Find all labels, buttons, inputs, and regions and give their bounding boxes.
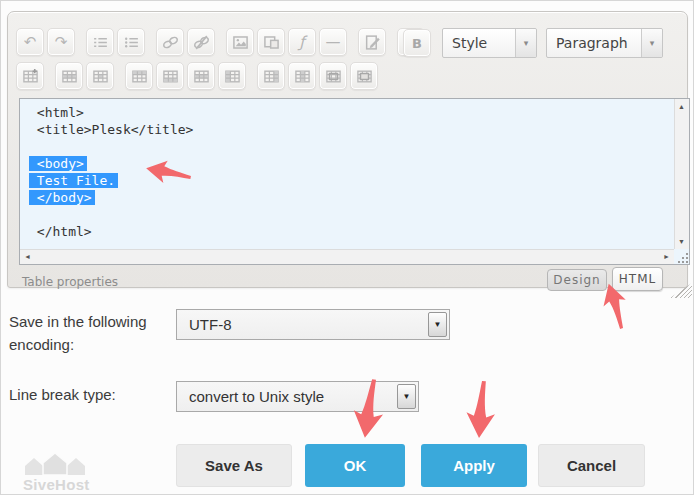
linebreak-select[interactable]: convert to Unix style ▼ bbox=[176, 381, 419, 412]
selected-code-text: <body> bbox=[29, 156, 87, 171]
edit-source-button[interactable] bbox=[358, 28, 386, 56]
table-cell-properties-icon bbox=[92, 68, 109, 85]
selected-code-text: </body> bbox=[29, 190, 95, 205]
insert-row-after-icon bbox=[162, 68, 179, 85]
media-icon bbox=[263, 34, 280, 51]
table-row-properties-button[interactable] bbox=[55, 62, 83, 90]
textarea-resize-grip[interactable] bbox=[676, 251, 688, 263]
redo-icon: ↷ bbox=[55, 35, 68, 50]
red-arrow-icon bbox=[461, 379, 501, 440]
code-line bbox=[29, 138, 674, 155]
insert-column-after-button[interactable] bbox=[257, 62, 285, 90]
code-line bbox=[29, 206, 674, 223]
delete-column-button[interactable] bbox=[288, 62, 316, 90]
chevron-down-icon[interactable]: ▾ bbox=[515, 29, 536, 57]
insert-table-icon bbox=[22, 68, 39, 85]
unordered-list-button[interactable] bbox=[117, 28, 145, 56]
code-text: <title>Plesk</title> bbox=[29, 122, 193, 137]
delete-row-icon bbox=[193, 68, 210, 85]
paragraph-format-select[interactable]: Paragraph ▾ bbox=[546, 28, 663, 58]
undo-icon: ↶ bbox=[24, 35, 37, 50]
flash-icon: ƒ bbox=[299, 35, 304, 50]
action-buttons-row: Save AsOKApplyCancel bbox=[176, 444, 645, 487]
cancel-button[interactable]: Cancel bbox=[538, 444, 645, 487]
delete-row-button[interactable] bbox=[187, 62, 215, 90]
style-select-value: Style bbox=[443, 35, 515, 51]
code-line: Test File. bbox=[29, 172, 674, 189]
paragraph-select-value: Paragraph bbox=[547, 35, 641, 51]
chevron-down-icon[interactable]: ▼ bbox=[397, 384, 416, 409]
ok-button[interactable]: OK bbox=[305, 444, 405, 487]
redo-button[interactable]: ↷ bbox=[47, 28, 75, 56]
table-row-properties-icon bbox=[61, 68, 78, 85]
code-line: <body> bbox=[29, 155, 674, 172]
link-button[interactable] bbox=[156, 28, 184, 56]
logo-text: SiveHost bbox=[21, 476, 121, 493]
bold-button[interactable]: B bbox=[403, 29, 431, 57]
annotation-arrow-apply-button bbox=[461, 379, 501, 440]
file-editor-screen: ↶↷ƒ— B Style ▾ Paragraph ▾ <html> <title… bbox=[0, 0, 694, 495]
horizontal-rule-button[interactable]: — bbox=[319, 28, 347, 56]
media-button[interactable] bbox=[257, 28, 285, 56]
ordered-list-button[interactable] bbox=[86, 28, 114, 56]
bold-icon: B bbox=[412, 37, 422, 50]
insert-column-after-icon bbox=[263, 68, 280, 85]
delete-column-icon bbox=[294, 68, 311, 85]
code-text: </html> bbox=[29, 224, 92, 239]
encoding-select-value: UTF-8 bbox=[177, 316, 449, 333]
table-cell-properties-button[interactable] bbox=[86, 62, 114, 90]
unlink-button[interactable] bbox=[187, 28, 215, 56]
code-text bbox=[29, 207, 37, 222]
sivehost-logo: SiveHost bbox=[21, 453, 121, 493]
image-button[interactable] bbox=[226, 28, 254, 56]
horizontal-scrollbar[interactable]: ◄ ► bbox=[20, 249, 674, 264]
code-text: <html> bbox=[29, 105, 84, 120]
code-line: <title>Plesk</title> bbox=[29, 121, 674, 138]
encoding-select[interactable]: UTF-8 ▼ bbox=[176, 309, 450, 340]
flash-button[interactable]: ƒ bbox=[288, 28, 316, 56]
linebreak-label: Line break type: bbox=[9, 383, 173, 407]
code-text bbox=[29, 139, 37, 154]
rich-text-editor-widget: ↶↷ƒ— B Style ▾ Paragraph ▾ <html> <title… bbox=[7, 11, 688, 288]
insert-row-after-button[interactable] bbox=[156, 62, 184, 90]
vertical-scrollbar[interactable]: ▲ ▼ bbox=[674, 99, 689, 249]
link-icon bbox=[162, 34, 179, 51]
edit-source-icon bbox=[364, 34, 381, 51]
scroll-up-button[interactable]: ▲ bbox=[675, 100, 688, 113]
code-line: </html> bbox=[29, 223, 674, 240]
editor-resize-grip[interactable] bbox=[670, 283, 692, 298]
ordered-list-icon bbox=[92, 34, 109, 51]
undo-button[interactable]: ↶ bbox=[16, 28, 44, 56]
encoding-label: Save in the following encoding: bbox=[9, 310, 173, 357]
unordered-list-icon bbox=[123, 34, 140, 51]
scroll-down-button[interactable]: ▼ bbox=[675, 235, 688, 248]
status-bar-path: Table properties bbox=[22, 275, 118, 289]
scroll-left-button[interactable]: ◄ bbox=[21, 250, 34, 263]
chevron-down-icon[interactable]: ▼ bbox=[428, 312, 447, 337]
code-line: <html> bbox=[29, 104, 674, 121]
split-cells-button[interactable] bbox=[319, 62, 347, 90]
style-select[interactable]: Style ▾ bbox=[442, 28, 537, 58]
toolbar-row-1-right: B Style ▾ Paragraph ▾ bbox=[403, 28, 663, 58]
insert-table-button[interactable] bbox=[16, 62, 44, 90]
split-cells-icon bbox=[325, 68, 342, 85]
save-as-button[interactable]: Save As bbox=[176, 444, 292, 487]
tab-html[interactable]: HTML bbox=[612, 267, 663, 291]
chevron-down-icon[interactable]: ▾ bbox=[641, 29, 662, 57]
insert-column-before-icon bbox=[224, 68, 241, 85]
insert-row-before-button[interactable] bbox=[125, 62, 153, 90]
toolbar-row-2-table-tools bbox=[16, 62, 381, 90]
tab-design[interactable]: Design bbox=[547, 269, 607, 291]
horizontal-rule-icon: — bbox=[326, 35, 341, 50]
code-editor[interactable]: <html> <title>Plesk</title> <body> Test … bbox=[20, 99, 674, 249]
insert-column-before-button[interactable] bbox=[218, 62, 246, 90]
html-source-textarea[interactable]: <html> <title>Plesk</title> <body> Test … bbox=[19, 98, 690, 265]
insert-row-before-icon bbox=[131, 68, 148, 85]
scroll-right-button[interactable]: ► bbox=[660, 250, 673, 263]
merge-cells-button[interactable] bbox=[350, 62, 378, 90]
toolbar-row-1: ↶↷ƒ— bbox=[16, 28, 428, 56]
apply-button[interactable]: Apply bbox=[421, 444, 527, 487]
unlink-icon bbox=[193, 34, 210, 51]
merge-cells-icon bbox=[356, 68, 373, 85]
linebreak-select-value: convert to Unix style bbox=[177, 388, 418, 405]
